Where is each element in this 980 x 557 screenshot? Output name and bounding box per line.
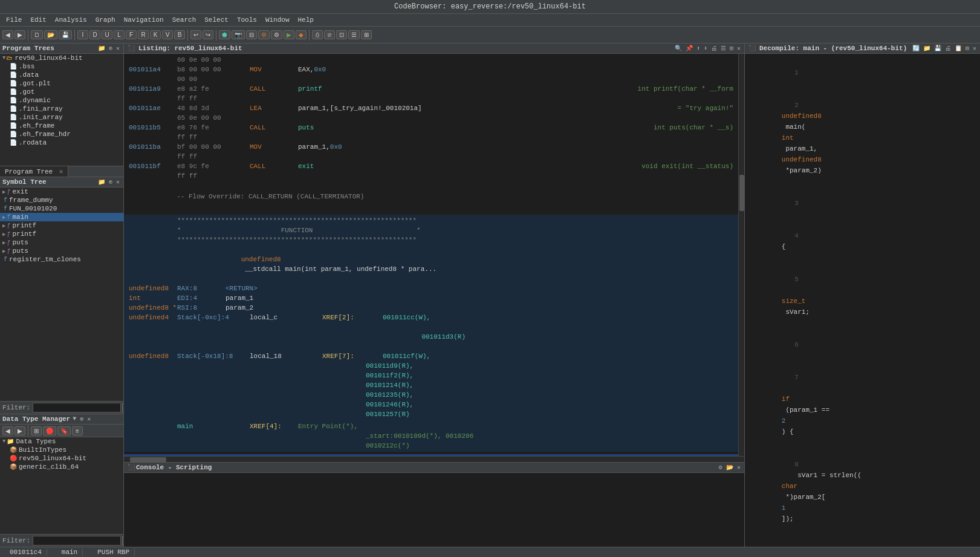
li-close[interactable]: ✕ (736, 45, 742, 52)
toolbar-u[interactable]: U (102, 30, 112, 39)
li-icon5[interactable]: 🖨 (710, 45, 718, 52)
dc-icon4[interactable]: 🖨 (944, 45, 952, 52)
dec-line-7[interactable]: 7 if (param_1 == 2 ) { (750, 361, 975, 448)
asm-line-7[interactable]: 65 0e 00 00 (124, 113, 738, 123)
toolbar-diamond[interactable]: ◆ (296, 30, 307, 39)
toolbar-misc3[interactable]: ⊡ (336, 30, 347, 39)
toolbar-misc4[interactable]: ☰ (348, 30, 360, 39)
sym-puts2[interactable]: ▶ ƒ puts (0, 247, 123, 255)
li-icon4[interactable]: ⬇ (703, 45, 709, 52)
sym-exit[interactable]: ▶ ƒ exit (0, 187, 123, 196)
st-icon1[interactable]: 📁 (97, 178, 106, 186)
toolbar-redo[interactable]: ↪ (203, 30, 213, 39)
tree-data[interactable]: 📄 .data (0, 71, 123, 79)
sym-printf1[interactable]: ▶ ƒ printf (0, 221, 123, 230)
menu-edit[interactable]: Edit (27, 15, 50, 25)
toolbar-l[interactable]: L (114, 30, 125, 39)
tree-fini[interactable]: 📄 .fini_array (0, 105, 123, 113)
dtm-btn4[interactable]: ≡ (72, 426, 83, 435)
toolbar-misc1[interactable]: ⎙ (312, 30, 323, 39)
dec-line-2[interactable]: 2 undefined8 main( int param_1, undefine… (750, 89, 975, 187)
tree-root[interactable]: ▼ 🗁 rev50_linux64-bit (0, 54, 123, 62)
menu-navigation[interactable]: Navigation (120, 15, 167, 25)
dtm-generic[interactable]: 📦 generic_clib_64 (0, 463, 123, 471)
li-icon1[interactable]: 🔍 (673, 45, 683, 52)
con-close[interactable]: ✕ (736, 464, 742, 471)
toolbar-f[interactable]: F (126, 30, 137, 39)
menu-select[interactable]: Select (201, 15, 232, 25)
program-tree-tab[interactable]: Program Tree ✕ (0, 166, 68, 177)
tree-gotplt[interactable]: 📄 .got.plt (0, 79, 123, 88)
asm-line-4[interactable]: 001011a9 e8 a2 fe CALL printf int printf… (124, 84, 738, 94)
dtm-close[interactable]: ✕ (86, 415, 92, 423)
sym-register[interactable]: f register_tm_clones (0, 255, 123, 264)
tree-rodata[interactable]: 📄 .rodata (0, 138, 123, 147)
symbol-tree-filter-input[interactable] (33, 403, 121, 412)
toolbar-snap[interactable]: ⊟ (246, 30, 257, 39)
toolbar-back[interactable]: ◀ (2, 30, 13, 39)
toolbar-analysis1[interactable]: ⚙ (258, 30, 270, 39)
var-param2[interactable]: undefined8 * RSI:8 param_2 (124, 303, 738, 313)
asm-line-10[interactable]: 001011ba bf 00 00 00 MOV param_1,0x0 (124, 142, 738, 152)
dtm-datatypes[interactable]: ▼ 📁 Data Types (0, 437, 123, 446)
listing-content[interactable]: 60 0e 00 00 001011a4 b8 00 00 00 MOV EAX… (124, 54, 738, 456)
func-sig[interactable]: undefined8 __stdcall main(int param_1, u… (124, 245, 738, 284)
var-local18[interactable]: undefined8 Stack[-0x18]:8 local_18 XREF[… (124, 351, 738, 361)
con-icon2[interactable]: 📂 (725, 464, 735, 471)
tree-dynamic[interactable]: 📄 .dynamic (0, 96, 123, 105)
var-local-c[interactable]: undefined4 Stack[-0xc]:4 local_c XREF[2]… (124, 313, 738, 322)
menu-file[interactable]: File (2, 15, 25, 25)
tree-bss[interactable]: 📄 .bss (0, 62, 123, 71)
sym-puts1[interactable]: ▶ ƒ puts (0, 238, 123, 247)
dtm-back[interactable]: ◀ (2, 426, 13, 435)
dtm-rev50[interactable]: 🔴 rev50_linux64-bit (0, 454, 123, 463)
program-tree-tab-close[interactable]: ✕ (59, 168, 63, 175)
dtm-builtin[interactable]: 📦 BuiltInTypes (0, 446, 123, 454)
decompiler-content[interactable]: 1 2 undefined8 main( int param_1, undefi… (745, 54, 980, 547)
asm-line-11[interactable]: ff ff (124, 152, 738, 161)
pt-close[interactable]: ✕ (115, 45, 121, 52)
pt-icon1[interactable]: 📁 (97, 45, 106, 52)
dtm-forward[interactable]: ▶ (15, 426, 25, 435)
var-param1[interactable]: int EDI:4 param_1 (124, 293, 738, 303)
dtm-btn3[interactable]: 🔖 (57, 426, 71, 435)
var-return[interactable]: undefined8 RAX:8 <RETURN> (124, 284, 738, 293)
asm-line-9[interactable]: ff ff (124, 132, 738, 142)
dtm-icon2[interactable]: ⊕ (79, 415, 85, 423)
sym-main[interactable]: ▶ f main (0, 213, 123, 221)
tree-eh-frame-hdr[interactable]: 📄 .eh_frame_hdr (0, 130, 123, 138)
asm-line-6[interactable]: 001011ae 48 8d 3d LEA param_1,[s_try_aga… (124, 103, 738, 113)
toolbar-bookmark[interactable]: ⬟ (219, 30, 230, 39)
toolbar-r1[interactable]: R (138, 30, 149, 39)
menu-window[interactable]: Window (262, 15, 293, 25)
toolbar-v[interactable]: V (162, 30, 173, 39)
sym-printf2[interactable]: ▶ ƒ printf (0, 230, 123, 238)
dec-line-9[interactable]: 9 if (sVar1 == 10 ) { (750, 535, 975, 547)
toolbar-misc5[interactable]: ⊞ (361, 30, 372, 39)
st-icon2[interactable]: ⊕ (108, 178, 114, 186)
listing-scrollbar[interactable] (738, 54, 744, 456)
asm-line-3[interactable]: 00 00 (124, 74, 738, 84)
tree-got[interactable]: 📄 .got (0, 88, 123, 96)
con-icon1[interactable]: ⚙ (718, 464, 724, 471)
asm-line-8[interactable]: 001011b5 e8 76 fe CALL puts int puts(cha… (124, 123, 738, 132)
asm-line-13[interactable]: ff ff (124, 171, 738, 181)
li-icon6[interactable]: ☰ (719, 45, 727, 52)
tree-eh-frame[interactable]: 📄 .eh_frame (0, 122, 123, 130)
toolbar-run[interactable]: ▶ (284, 30, 294, 39)
toolbar-d[interactable]: D (89, 30, 100, 39)
toolbar-camera[interactable]: 📷 (232, 30, 245, 39)
dc-icon3[interactable]: 💾 (933, 45, 943, 52)
menu-tools[interactable]: Tools (233, 15, 261, 25)
dc-icon1[interactable]: 🔄 (911, 45, 921, 52)
toolbar-save[interactable]: 💾 (59, 30, 72, 39)
menu-analysis[interactable]: Analysis (51, 15, 91, 25)
toolbar-forward[interactable]: ▶ (15, 30, 25, 39)
toolbar-misc2[interactable]: ⎚ (324, 30, 335, 39)
asm-line-2[interactable]: 001011a4 b8 00 00 00 MOV EAX,0x0 (124, 65, 738, 74)
toolbar-undo[interactable]: ↩ (190, 30, 201, 39)
dc-icon5[interactable]: 📋 (953, 45, 963, 52)
menu-help[interactable]: Help (294, 15, 317, 25)
dc-close[interactable]: ✕ (972, 45, 978, 52)
tree-init[interactable]: 📄 .init_array (0, 113, 123, 122)
